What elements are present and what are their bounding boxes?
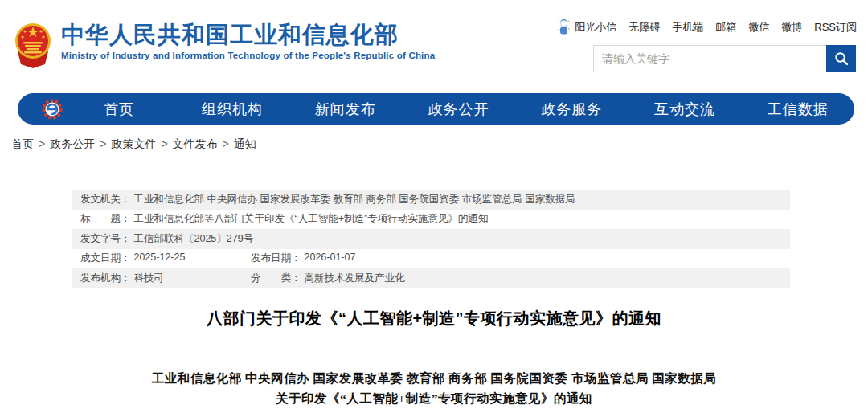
miit-gear-logo-icon	[42, 99, 63, 120]
meta-row-issuing-agency: 发文机关： 工业和信息化部 中央网信办 国家发展改革委 教育部 商务部 国务院国…	[72, 190, 790, 210]
meta-label: 发布日期：	[251, 252, 301, 265]
breadcrumb-policy-docs[interactable]: 政策文件	[111, 137, 156, 150]
meta-cell-publish-date: 发布日期： 2026-01-07	[251, 252, 355, 265]
site-subtitle: Ministry of Industry and Information Tec…	[61, 51, 435, 60]
nav-item-organization[interactable]: 组织机构	[176, 100, 289, 119]
miit-homepage: 中华人民共和国工业和信息化部 Ministry of Industry and …	[0, 0, 868, 409]
nav-items: 首页 组织机构 新闻发布 政务公开 政务服务 互动交流 工信数据	[63, 100, 854, 119]
meta-label: 成文日期：	[80, 252, 131, 265]
meta-cell-category: 分 类： 高新技术发展及产业化	[251, 272, 405, 285]
meta-value: 工信部联科〔2025〕279号	[134, 232, 254, 246]
top-link-rss[interactable]: RSS订阅	[814, 20, 857, 35]
meta-value: 工业和信息化部 中央网信办 国家发展改革委 教育部 商务部 国务院国资委 市场监…	[134, 193, 575, 207]
national-emblem-icon	[14, 19, 51, 69]
mascot-icon	[558, 19, 570, 35]
meta-value: 高新技术发展及产业化	[305, 272, 405, 285]
nav-item-home[interactable]: 首页	[63, 100, 176, 119]
breadcrumb-separator: >	[100, 137, 106, 150]
meta-value: 工业和信息化部等八部门关于印发《“人工智能+制造”专项行动实施意见》的通知	[134, 212, 489, 226]
meta-row-agency-category: 发布机构： 科技司 分 类： 高新技术发展及产业化	[72, 268, 790, 288]
top-link-wechat[interactable]: 微信	[748, 20, 769, 35]
breadcrumb: 首页>政务公开>政策文件>文件发布>通知	[11, 137, 256, 152]
meta-row-title: 标 题： 工业和信息化部等八部门关于印发《“人工智能+制造”专项行动实施意见》的…	[72, 210, 790, 230]
nav-item-miit-data[interactable]: 工信数据	[741, 100, 854, 119]
magnifier-icon	[834, 51, 849, 66]
nav-item-gov-services[interactable]: 政务服务	[515, 100, 628, 119]
breadcrumb-gov-disclosure[interactable]: 政务公开	[50, 137, 95, 150]
top-link-mobile[interactable]: 手机端	[672, 20, 703, 35]
search-input[interactable]	[593, 45, 826, 72]
meta-label: 分 类：	[251, 272, 301, 285]
top-utility-links: 阳光小信 无障碍 手机端 邮箱 微信 微博 RSS订阅	[558, 19, 857, 35]
meta-cell-publish-agency: 发布机构： 科技司	[80, 272, 251, 285]
top-link-sunshine[interactable]: 阳光小信	[575, 20, 616, 35]
meta-label: 发布机构：	[80, 272, 131, 285]
meta-value: 2026-01-07	[305, 252, 356, 265]
document-body-line1: 工业和信息化部 中央网信办 国家发展改革委 教育部 商务部 国务院国资委 市场监…	[0, 370, 868, 387]
breadcrumb-separator: >	[161, 137, 167, 150]
main-nav: 首页 组织机构 新闻发布 政务公开 政务服务 互动交流 工信数据	[18, 93, 854, 125]
meta-cell-written-date: 成文日期： 2025-12-25	[80, 252, 251, 265]
meta-value: 科技司	[134, 272, 165, 285]
nav-item-gov-disclosure[interactable]: 政务公开	[402, 100, 515, 119]
meta-value: 2025-12-25	[134, 252, 186, 265]
nav-item-news[interactable]: 新闻发布	[289, 100, 402, 119]
document-title: 八部门关于印发《“人工智能+制造”专项行动实施意见》的通知	[0, 308, 868, 329]
meta-cell: 发文字号： 工信部联科〔2025〕279号	[80, 232, 253, 246]
site-title-block: 中华人民共和国工业和信息化部 Ministry of Industry and …	[61, 22, 435, 60]
top-link-accessibility[interactable]: 无障碍	[628, 20, 660, 35]
breadcrumb-separator: >	[223, 137, 229, 150]
search-button[interactable]	[826, 45, 856, 72]
meta-label: 标 题：	[80, 212, 131, 226]
meta-label: 发文机关：	[80, 193, 131, 207]
breadcrumb-separator: >	[39, 137, 45, 150]
meta-cell: 标 题： 工业和信息化部等八部门关于印发《“人工智能+制造”专项行动实施意见》的…	[80, 212, 488, 226]
document-meta-table: 发文机关： 工业和信息化部 中央网信办 国家发展改革委 教育部 商务部 国务院国…	[72, 190, 790, 288]
top-link-mail[interactable]: 邮箱	[715, 20, 736, 35]
meta-row-doc-number: 发文字号： 工信部联科〔2025〕279号	[72, 229, 790, 249]
breadcrumb-home[interactable]: 首页	[11, 137, 34, 150]
breadcrumb-notice[interactable]: 通知	[234, 137, 256, 150]
nav-item-interaction[interactable]: 互动交流	[628, 100, 742, 119]
meta-row-dates: 成文日期： 2025-12-25 发布日期： 2026-01-07	[72, 249, 790, 269]
breadcrumb-doc-release[interactable]: 文件发布	[173, 137, 218, 150]
document-body-line2: 关于印发《“人工智能+制造”专项行动实施意见》的通知	[0, 391, 868, 407]
meta-label: 发文字号：	[80, 232, 131, 246]
search-bar	[593, 45, 856, 72]
top-link-weibo[interactable]: 微博	[781, 20, 802, 35]
site-title: 中华人民共和国工业和信息化部	[61, 22, 435, 48]
meta-cell: 发文机关： 工业和信息化部 中央网信办 国家发展改革委 教育部 商务部 国务院国…	[80, 193, 575, 207]
